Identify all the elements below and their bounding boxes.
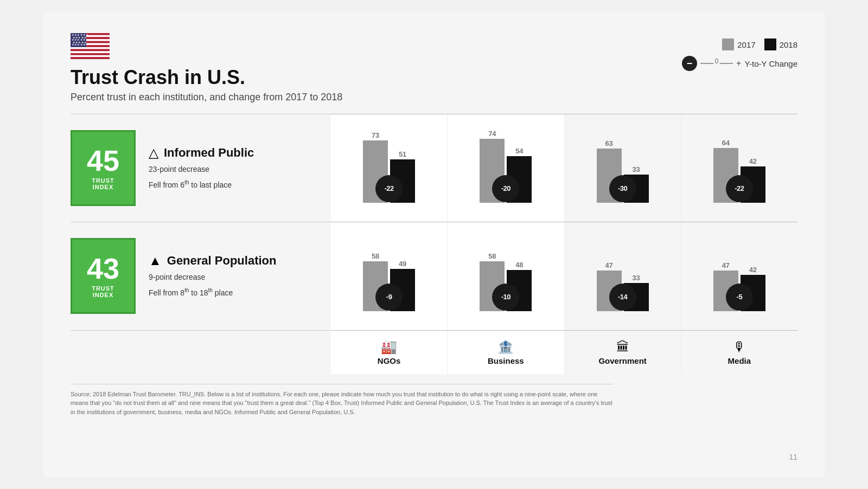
- header: ★ ★ ★ ★ ★ ★ ★ ★ ★ ★ ★ ★ ★ ★ ★ ★ ★ ★ ★ ★ …: [71, 33, 797, 103]
- business-name: Business: [488, 356, 524, 365]
- informed-trust-number: 45: [87, 146, 119, 175]
- media-label-cell: 🎙 Media: [681, 331, 797, 374]
- ngos-name: NGOs: [378, 356, 401, 365]
- ngos-informed-col: 73 51 -22: [331, 114, 448, 222]
- page-number: 11: [789, 453, 797, 461]
- legend-years-row: 2017 2018: [722, 38, 797, 50]
- media-name: Media: [728, 356, 751, 365]
- govt-general-change-badge: -14: [609, 284, 636, 311]
- informed-public-title: Informed Public: [164, 146, 254, 160]
- informed-public-trust-box: 45 TRUSTINDEX: [71, 130, 136, 206]
- ngos-icon: 🏭: [381, 339, 397, 355]
- content-area: 45 TRUSTINDEX △ Informed Public 23-point…: [71, 114, 797, 374]
- plus-icon: +: [736, 59, 741, 68]
- informed-trust-label: TRUSTINDEX: [92, 177, 114, 190]
- ngos-general-col: 58 49 -9: [331, 222, 448, 330]
- slide: ★ ★ ★ ★ ★ ★ ★ ★ ★ ★ ★ ★ ★ ★ ★ ★ ★ ★ ★ ★ …: [43, 11, 825, 478]
- general-population-desc: ▲ General Population 9-point decrease Fe…: [149, 253, 276, 299]
- ngos-informed-badge-wrapper: -22: [375, 175, 403, 202]
- legend-swatch-2017: [722, 38, 734, 50]
- chart-grid: 73 51 -22: [331, 114, 797, 374]
- general-population-row: 43 TRUSTINDEX ▲ General Population 9-poi…: [71, 222, 331, 331]
- legend-line: 0: [700, 63, 733, 64]
- legend-2018: 2018: [764, 38, 797, 50]
- general-chart-row: 58 49 -9: [331, 222, 797, 331]
- svg-rect-7: [71, 47, 110, 49]
- media-informed-badge-wrapper: -22: [726, 175, 753, 202]
- legend-yty-label: Y-to-Y Change: [744, 59, 797, 68]
- legend-swatch-2018: [764, 38, 776, 50]
- business-general-col: 58 48 -10: [448, 222, 564, 330]
- government-name: Government: [598, 356, 646, 365]
- svg-rect-10: [71, 53, 110, 55]
- general-trust-number: 43: [87, 254, 119, 283]
- svg-rect-11: [71, 55, 110, 57]
- government-icon: 🏛: [616, 339, 629, 355]
- institution-labels-row: 🏭 NGOs 🏦 Business 🏛 Government 🎙 Media: [331, 331, 797, 374]
- page-title: Trust Crash in U.S.: [71, 67, 342, 88]
- informed-title-row: △ Informed Public: [149, 145, 254, 160]
- business-informed-badge-wrapper: -20: [492, 175, 519, 202]
- svg-rect-8: [71, 49, 110, 52]
- informed-chart-row: 73 51 -22: [331, 114, 797, 222]
- footer: Source: 2018 Edelman Trust Barometer. TR…: [71, 384, 613, 417]
- informed-public-detail2: Fell from 6th to last place: [149, 178, 254, 191]
- legend-label-2017: 2017: [737, 40, 755, 49]
- svg-rect-9: [71, 51, 110, 53]
- triangle-filled-icon: ▲: [149, 253, 162, 268]
- footer-text: Source: 2018 Edelman Trust Barometer. TR…: [71, 391, 612, 415]
- ngos-general-badge-wrapper: -9: [375, 284, 403, 311]
- triangle-outline-icon: △: [149, 145, 158, 160]
- legend-label-2018: 2018: [780, 40, 797, 49]
- government-general-col: 47 33 -14: [565, 222, 681, 330]
- media-informed-col: 64 42 -22: [681, 114, 797, 222]
- business-general-change-badge: -10: [492, 284, 519, 311]
- media-general-change-badge: -5: [726, 284, 753, 311]
- page-subtitle: Percent trust in each institution, and c…: [71, 92, 342, 103]
- general-title-row: ▲ General Population: [149, 253, 276, 268]
- general-population-trust-box: 43 TRUSTINDEX: [71, 238, 136, 314]
- business-informed-col: 74 54 -20: [448, 114, 564, 222]
- business-label-cell: 🏦 Business: [448, 331, 564, 374]
- general-population-title: General Population: [167, 254, 277, 268]
- general-population-detail2: Fell from 8th to 18th place: [149, 286, 276, 299]
- ngos-informed-change-badge: -22: [375, 175, 403, 202]
- svg-rect-12: [71, 57, 110, 59]
- media-general-col: 47 42 -5: [681, 222, 797, 330]
- left-panel: 45 TRUSTINDEX △ Informed Public 23-point…: [71, 114, 331, 374]
- informed-public-detail1: 23-point decrease: [149, 164, 254, 175]
- legend-yty: − 0 + Y-to-Y Change: [682, 56, 797, 71]
- legend: 2017 2018 − 0 + Y-to-Y Change: [682, 38, 797, 71]
- ngos-label-cell: 🏭 NGOs: [331, 331, 448, 374]
- general-population-detail1: 9-point decrease: [149, 272, 276, 283]
- svg-text:★ ★ ★ ★ ★ ★: ★ ★ ★ ★ ★ ★: [72, 43, 89, 46]
- media-informed-change-badge: -22: [726, 175, 753, 202]
- legend-2017: 2017: [722, 38, 755, 50]
- govt-general-badge-wrapper: -14: [609, 284, 636, 311]
- media-general-badge-wrapper: -5: [726, 284, 753, 311]
- legend-minus-icon: −: [682, 56, 697, 71]
- general-trust-label: TRUSTINDEX: [92, 285, 114, 298]
- ngos-general-change-badge: -9: [375, 284, 403, 311]
- government-label-cell: 🏛 Government: [565, 331, 681, 374]
- business-icon: 🏦: [497, 339, 514, 355]
- informed-public-row: 45 TRUSTINDEX △ Informed Public 23-point…: [71, 114, 331, 222]
- media-icon: 🎙: [733, 339, 746, 355]
- informed-public-desc: △ Informed Public 23-point decrease Fell…: [149, 145, 254, 191]
- business-informed-change-badge: -20: [492, 175, 519, 202]
- govt-informed-badge-wrapper: -30: [609, 175, 636, 202]
- govt-informed-change-badge: -30: [609, 175, 636, 202]
- business-general-badge-wrapper: -10: [492, 284, 519, 311]
- government-informed-col: 63 33 -30: [565, 114, 681, 222]
- title-block: ★ ★ ★ ★ ★ ★ ★ ★ ★ ★ ★ ★ ★ ★ ★ ★ ★ ★ ★ ★ …: [71, 33, 342, 103]
- us-flag: ★ ★ ★ ★ ★ ★ ★ ★ ★ ★ ★ ★ ★ ★ ★ ★ ★ ★ ★ ★ …: [71, 33, 110, 59]
